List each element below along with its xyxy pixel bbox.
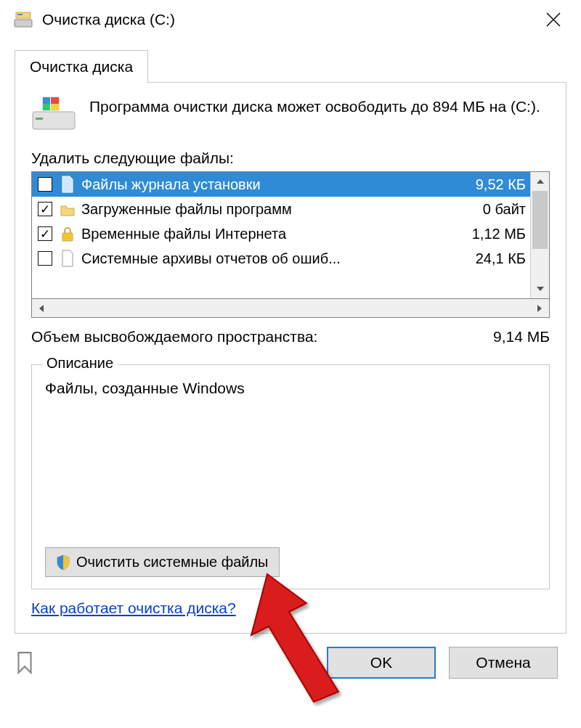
- row-filesize: 1,12 МБ: [465, 226, 526, 242]
- file-list-row[interactable]: Системные архивы отчетов об ошиб...24,1 …: [32, 246, 530, 271]
- row-checkbox[interactable]: [38, 251, 52, 266]
- file-list-row[interactable]: Временные файлы Интернета1,12 МБ: [32, 221, 530, 246]
- description-title: Описание: [42, 355, 118, 372]
- row-checkbox[interactable]: [38, 202, 52, 216]
- bookmark-icon[interactable]: [15, 651, 38, 674]
- row-filename: Временные файлы Интернета: [81, 226, 465, 242]
- window-title: Очистка диска (C:): [42, 11, 535, 28]
- tab-panel-cleanup: Программа очистки диска может освободить…: [15, 82, 566, 634]
- tab-cleanup[interactable]: Очистка диска: [15, 50, 148, 83]
- svg-rect-12: [62, 233, 73, 241]
- disk-cleanup-window: Очистка диска (C:) Очистка диска: [0, 0, 581, 728]
- clean-system-files-label: Очистить системные файлы: [76, 554, 269, 570]
- shield-icon: [56, 555, 70, 570]
- how-cleanup-works-link[interactable]: Как работает очистка диска?: [31, 600, 236, 617]
- clean-system-files-button[interactable]: Очистить системные файлы: [45, 547, 280, 577]
- drive-icon: [31, 96, 76, 132]
- vertical-scrollbar[interactable]: [530, 172, 549, 298]
- disk-cleanup-icon: [13, 9, 33, 30]
- row-filesize: 0 байт: [476, 201, 526, 218]
- svg-rect-5: [33, 112, 75, 129]
- titlebar: Очистка диска (C:): [0, 0, 581, 39]
- file-list-row[interactable]: Файлы журнала установки9,52 КБ: [32, 172, 530, 197]
- svg-rect-11: [51, 104, 59, 110]
- hscroll-track[interactable]: [51, 299, 530, 317]
- scroll-right-button[interactable]: [530, 299, 549, 317]
- svg-rect-10: [43, 104, 50, 110]
- row-checkbox[interactable]: [38, 226, 52, 241]
- scroll-left-button[interactable]: [32, 299, 51, 317]
- file-list-row[interactable]: Загруженные файлы программ0 байт: [32, 197, 530, 221]
- dialog-footer: OK Отмена: [0, 634, 581, 679]
- total-space-value: 9,14 МБ: [493, 328, 550, 345]
- svg-rect-6: [36, 118, 43, 120]
- row-filename: Загруженные файлы программ: [81, 201, 476, 218]
- scroll-track[interactable]: [531, 191, 549, 279]
- row-filename: Системные архивы отчетов об ошиб...: [81, 250, 468, 267]
- files-listbox[interactable]: Файлы журнала установки9,52 КБЗагруженны…: [31, 171, 550, 299]
- row-checkbox[interactable]: [38, 177, 52, 192]
- files-to-delete-label: Удалить следующие файлы:: [31, 150, 550, 167]
- svg-rect-0: [15, 20, 32, 27]
- description-text: Файлы, созданные Windows: [45, 380, 536, 397]
- file-type-icon: [60, 200, 76, 218]
- ok-button[interactable]: OK: [327, 647, 436, 679]
- scroll-up-button[interactable]: [531, 172, 549, 191]
- total-space-label: Объем высвобождаемого пространства:: [31, 328, 493, 345]
- row-filesize: 9,52 КБ: [468, 176, 526, 193]
- file-type-icon: [60, 249, 76, 268]
- svg-rect-2: [17, 14, 23, 15]
- svg-rect-8: [43, 97, 50, 104]
- scroll-thumb[interactable]: [532, 191, 548, 249]
- row-filesize: 24,1 КБ: [468, 250, 526, 267]
- close-button[interactable]: [535, 3, 572, 36]
- row-filename: Файлы журнала установки: [81, 176, 468, 193]
- intro-text: Программа очистки диска может освободить…: [89, 96, 540, 118]
- scroll-down-button[interactable]: [531, 279, 549, 298]
- description-groupbox: Описание Файлы, созданные Windows Очисти…: [31, 364, 550, 589]
- file-type-icon: [60, 175, 76, 194]
- svg-rect-9: [51, 97, 59, 104]
- cancel-button[interactable]: Отмена: [449, 647, 558, 679]
- horizontal-scrollbar[interactable]: [31, 299, 550, 318]
- tab-strip: Очистка диска: [15, 49, 566, 82]
- file-type-icon: [60, 224, 76, 243]
